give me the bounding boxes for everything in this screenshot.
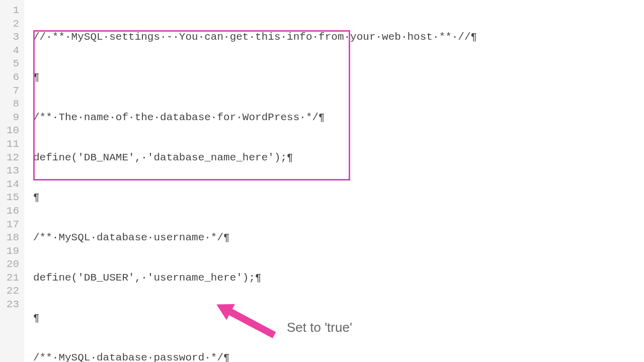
line-number: 5 <box>4 57 19 71</box>
line-number: 3 <box>4 31 19 44</box>
line-number: 9 <box>4 111 19 125</box>
line-number: 14 <box>4 178 19 192</box>
code-line: ¶ <box>33 312 521 325</box>
line-number: 12 <box>4 151 19 165</box>
code-line: //·**·MySQL·settings·-·You·can·get·this·… <box>33 31 521 44</box>
code-line: ¶ <box>33 71 521 84</box>
code-line: define('DB_USER',·'username_here');¶ <box>33 272 521 285</box>
line-number: 20 <box>4 258 19 272</box>
line-number: 19 <box>4 245 19 258</box>
line-number: 7 <box>4 84 19 98</box>
line-number: 11 <box>4 138 19 151</box>
code-line: define('DB_NAME',·'database_name_here');… <box>33 151 521 165</box>
code-line: /**·MySQL·database·username·*/¶ <box>33 231 521 245</box>
line-number: 17 <box>4 218 19 232</box>
code-line: ¶ <box>33 191 521 205</box>
line-number: 18 <box>4 231 19 245</box>
line-number: 15 <box>4 191 19 205</box>
line-number: 8 <box>4 98 19 111</box>
line-number: 6 <box>4 71 19 84</box>
line-number: 13 <box>4 164 19 178</box>
line-number: 2 <box>4 18 19 31</box>
line-number: 1 <box>4 4 19 18</box>
line-number: 21 <box>4 272 19 285</box>
code-line: /**·The·name·of·the·database·for·WordPre… <box>33 111 521 125</box>
line-number-gutter: 1 2 3 4 5 6 7 8 9 10 11 12 13 14 15 16 1… <box>0 0 24 362</box>
code-editor: 1 2 3 4 5 6 7 8 9 10 11 12 13 14 15 16 1… <box>0 0 644 362</box>
code-line: /**·MySQL·database·password·*/¶ <box>33 351 521 362</box>
line-number: 23 <box>4 298 19 312</box>
line-number: 4 <box>4 44 19 58</box>
code-content[interactable]: //·**·MySQL·settings·-·You·can·get·this·… <box>24 0 521 362</box>
line-number: 22 <box>4 285 19 298</box>
line-number: 10 <box>4 124 19 138</box>
annotation-label: Set to 'true' <box>287 320 352 335</box>
line-number: 16 <box>4 205 19 218</box>
